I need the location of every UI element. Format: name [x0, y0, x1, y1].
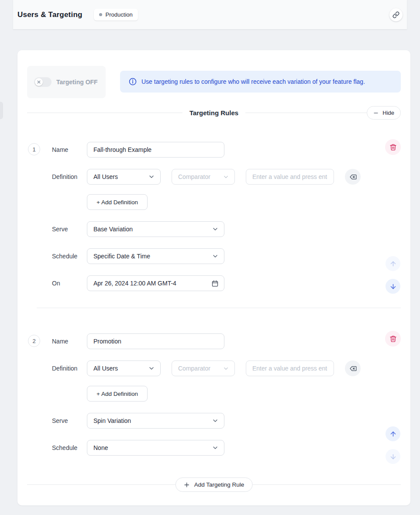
schedule-row: Schedule Specific Date & Time	[28, 248, 401, 264]
serve-select-value: Base Variation	[93, 226, 133, 233]
comparator-select[interactable]: Comparator	[172, 360, 235, 376]
environment-badge[interactable]: Production	[94, 9, 138, 21]
page-header: Users & Targeting Production	[13, 0, 407, 29]
definition-row: Definition All Users Comparator	[28, 169, 401, 185]
chevron-down-icon	[223, 365, 229, 372]
definition-label: Definition	[52, 360, 77, 376]
targeting-toggle-box: Targeting OFF	[27, 66, 106, 98]
targeting-toggle-label: Targeting OFF	[56, 79, 98, 86]
targeting-rules-title: Targeting Rules	[189, 109, 238, 117]
move-rule-down-button[interactable]	[386, 449, 400, 464]
environment-label: Production	[106, 11, 133, 18]
schedule-select-value: None	[93, 444, 108, 451]
move-rule-up-button[interactable]	[386, 426, 400, 441]
add-rule-footer: Add Targeting Rule	[27, 477, 401, 492]
serve-row: Serve Base Variation	[28, 221, 401, 237]
schedule-date-value: Apr 26, 2024 12:00 AM GMT-4	[93, 280, 176, 287]
chevron-down-icon	[212, 253, 219, 260]
backspace-icon	[349, 173, 357, 181]
chevron-down-icon	[223, 174, 229, 180]
arrow-up-icon	[389, 430, 397, 438]
info-banner: Use targeting rules to configure who wil…	[120, 71, 401, 93]
move-rule-down-button[interactable]	[386, 279, 400, 294]
name-label: Name	[52, 333, 68, 349]
environment-dot-icon	[99, 13, 102, 16]
name-row: Name	[28, 333, 401, 349]
rule-separator	[37, 308, 401, 308]
attribute-select[interactable]: All Users	[87, 169, 161, 185]
link-icon	[392, 11, 399, 18]
schedule-select[interactable]: None	[87, 440, 224, 456]
definition-value-input[interactable]	[246, 360, 334, 376]
arrow-up-icon	[389, 260, 397, 268]
attribute-select[interactable]: All Users	[87, 360, 161, 376]
backspace-icon	[349, 365, 357, 372]
add-definition-row: + Add Definition	[28, 194, 401, 210]
page-title: Users & Targeting	[17, 10, 83, 19]
targeting-card: Targeting OFF Use targeting rules to con…	[17, 50, 410, 505]
info-banner-text: Use targeting rules to configure who wil…	[141, 78, 365, 85]
divider-line	[27, 113, 182, 113]
info-icon	[129, 78, 137, 86]
definition-row: Definition All Users Comparator	[28, 360, 401, 376]
toggle-off-x-icon	[37, 80, 41, 84]
name-row: Name	[28, 142, 401, 158]
schedule-select-value: Specific Date & Time	[93, 253, 150, 260]
arrow-down-icon	[389, 283, 397, 290]
on-label: On	[52, 275, 60, 291]
serve-label: Serve	[52, 413, 68, 429]
comparator-placeholder: Comparator	[178, 365, 210, 372]
add-targeting-rule-button[interactable]: Add Targeting Rule	[176, 477, 253, 492]
clear-definition-button[interactable]	[345, 360, 361, 376]
move-rule-up-button[interactable]	[386, 256, 400, 271]
drawer-handle[interactable]	[0, 102, 3, 119]
schedule-row: Schedule None	[28, 440, 401, 456]
rule-name-input[interactable]	[87, 142, 224, 158]
chevron-down-icon	[212, 226, 219, 233]
add-definition-button[interactable]: + Add Definition	[87, 386, 148, 402]
targeting-rules-header: Targeting Rules Hide	[27, 106, 401, 120]
schedule-label: Schedule	[52, 248, 77, 264]
schedule-date-input[interactable]: Apr 26, 2024 12:00 AM GMT-4	[87, 275, 224, 291]
hide-rules-button[interactable]: Hide	[367, 106, 401, 120]
rule-name-input[interactable]	[87, 333, 224, 349]
serve-select[interactable]: Spin Variation	[87, 413, 224, 429]
chevron-down-icon	[148, 173, 155, 180]
schedule-label: Schedule	[52, 440, 77, 456]
definition-value-input[interactable]	[246, 169, 334, 185]
attribute-select-value: All Users	[93, 173, 118, 180]
calendar-icon	[211, 280, 219, 287]
minus-icon	[373, 110, 379, 116]
comparator-placeholder: Comparator	[178, 173, 210, 180]
targeting-rule-1: 1 Name Definition All Users	[28, 139, 401, 308]
toggle-knob	[35, 78, 43, 86]
targeting-toggle[interactable]	[34, 77, 52, 87]
comparator-select[interactable]: Comparator	[172, 169, 235, 185]
arrow-down-icon	[389, 453, 397, 460]
add-definition-button[interactable]: + Add Definition	[87, 194, 148, 210]
on-date-row: On Apr 26, 2024 12:00 AM GMT-4	[28, 275, 401, 291]
chevron-down-icon	[212, 444, 219, 451]
add-definition-row: + Add Definition	[28, 386, 401, 402]
chevron-down-icon	[212, 417, 219, 424]
schedule-select[interactable]: Specific Date & Time	[87, 248, 224, 264]
clear-definition-button[interactable]	[345, 169, 361, 185]
chevron-down-icon	[148, 365, 155, 372]
plus-icon	[184, 482, 190, 488]
add-rule-button-label: Add Targeting Rule	[194, 481, 244, 488]
serve-select-value: Spin Variation	[93, 417, 131, 424]
serve-row: Serve Spin Variation	[28, 413, 401, 429]
attribute-select-value: All Users	[93, 365, 118, 372]
targeting-rule-2: 2 Name Definition All Users	[28, 331, 401, 464]
hide-button-label: Hide	[382, 110, 394, 116]
name-label: Name	[52, 142, 68, 158]
serve-label: Serve	[52, 221, 68, 237]
definition-label: Definition	[52, 169, 77, 185]
copy-link-button[interactable]	[389, 8, 403, 21]
serve-select[interactable]: Base Variation	[87, 221, 224, 237]
